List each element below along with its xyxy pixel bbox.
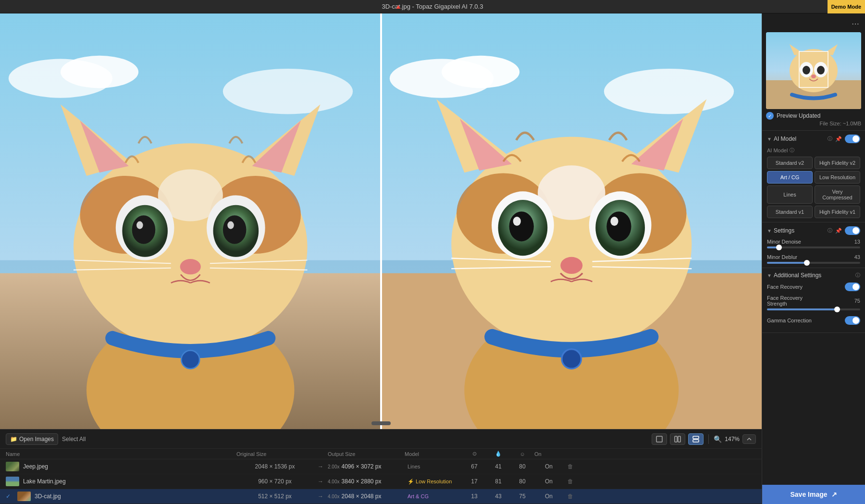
face-recovery-strength-thumb[interactable] <box>834 307 840 312</box>
svg-point-52 <box>560 257 582 274</box>
delete-icon[interactable]: 🗑 <box>563 478 578 485</box>
more-options-icon[interactable]: ⋯ <box>850 17 861 30</box>
file-row-active[interactable]: ✓ 3D-cat.jpg 512 × 512 px → 4.00x 2048 ×… <box>0 489 762 504</box>
minor-deblur-slider[interactable] <box>767 262 860 264</box>
ai-model-label-text: AI Model <box>767 148 788 153</box>
svg-point-50 <box>513 217 520 226</box>
zoom-options-button[interactable] <box>742 434 756 444</box>
col-on: On <box>534 451 563 457</box>
after-cat-svg <box>381 13 762 429</box>
col3-val: 80 <box>510 463 534 470</box>
save-image-button[interactable]: Save Image ↗ <box>762 485 865 504</box>
open-images-label: Open Images <box>19 436 54 443</box>
svg-point-72 <box>811 74 816 78</box>
svg-point-28 <box>181 350 199 369</box>
settings-pin-icon[interactable]: 📌 <box>835 228 842 234</box>
delete-icon[interactable]: 🗑 <box>563 463 578 470</box>
split-handle[interactable] <box>371 421 391 425</box>
left-area: 📁 Open Images Select All 🔍 <box>0 13 762 504</box>
minor-denoise-label: Minor Denoise <box>767 239 810 245</box>
file-name-cell: Lake Martin.jpeg <box>6 477 236 486</box>
right-panel: ⋯ <box>762 13 865 504</box>
additional-settings-title: Additional Settings <box>774 272 853 279</box>
minor-denoise-value: 13 <box>849 239 860 245</box>
face-recovery-strength-slider[interactable] <box>767 308 860 310</box>
svg-rect-59 <box>675 436 677 442</box>
model-tag: Lines <box>405 463 462 470</box>
ai-model-chevron-icon[interactable]: ▼ <box>767 136 772 142</box>
main-layout: 📁 Open Images Select All 🔍 <box>0 13 865 504</box>
additional-settings-chevron-icon[interactable]: ▼ <box>767 273 772 278</box>
model-very-compressed[interactable]: Very Compressed <box>815 185 860 204</box>
original-size: 2048 × 1536 px <box>236 463 313 470</box>
model-high-fidelity-v2[interactable]: High Fidelity v2 <box>815 157 860 169</box>
svg-point-51 <box>610 217 618 226</box>
preview-status-text: Preview Updated <box>777 112 820 119</box>
svg-point-48 <box>509 211 533 241</box>
file-name: Jeep.jpeg <box>23 463 48 470</box>
single-view-button[interactable] <box>652 433 667 445</box>
file-row[interactable]: Lake Martin.jpeg 960 × 720 px → 4.00x 38… <box>0 474 762 489</box>
split-view-button[interactable] <box>670 433 685 445</box>
gamma-correction-label: Gamma Correction <box>767 318 845 323</box>
col-icon3: ☺ <box>510 451 534 457</box>
additional-settings-info-icon[interactable]: ⓘ <box>855 272 860 279</box>
scale-arrow: → <box>313 478 328 485</box>
file-list-header: Name Original Size Output Size Model ⊙ 💧… <box>0 449 762 459</box>
ai-model-label-row: AI Model ⓘ <box>767 147 860 154</box>
file-list-body: Jeep.jpeg 2048 × 1536 px → 2.00x 4096 × … <box>0 459 762 504</box>
ai-model-pin-icon[interactable]: 📌 <box>835 136 842 142</box>
model-lines[interactable]: Lines <box>767 185 813 204</box>
face-recovery-strength-value: 75 <box>849 298 860 304</box>
settings-chevron-icon[interactable]: ▼ <box>767 228 772 234</box>
settings-toggle[interactable] <box>845 226 860 235</box>
svg-point-19 <box>132 215 156 244</box>
file-row[interactable]: Jeep.jpeg 2048 × 1536 px → 2.00x 4096 × … <box>0 459 762 474</box>
jeep-thumb <box>6 462 19 471</box>
bottom-panel: 📁 Open Images Select All 🔍 <box>0 429 762 504</box>
ai-model-actions: ⓘ 📌 <box>828 135 860 143</box>
bottom-toolbar: 📁 Open Images Select All 🔍 <box>0 430 762 449</box>
before-panel <box>0 13 381 429</box>
additional-settings-section: ▼ Additional Settings ⓘ Face Recovery Fa… <box>762 268 865 333</box>
minor-denoise-thumb[interactable] <box>776 245 782 250</box>
svg-rect-61 <box>693 436 699 439</box>
ai-model-section: ▼ AI Model ⓘ 📌 AI Model ⓘ Standard v2 Hi… <box>762 131 865 222</box>
model-grid: Standard v2 High Fidelity v2 Art / CG Lo… <box>767 157 860 218</box>
settings-info-icon[interactable]: ⓘ <box>828 227 832 234</box>
model-standard-v2[interactable]: Standard v2 <box>767 157 813 169</box>
split-view-icon <box>674 436 681 443</box>
split-divider[interactable] <box>380 13 382 429</box>
lake-thumb <box>6 477 19 486</box>
gamma-correction-row: Gamma Correction <box>767 316 860 325</box>
preview-section: ⋯ <box>762 13 865 131</box>
model-standard-v1[interactable]: Standard v1 <box>767 206 813 218</box>
topaz-logo-icon: 🔺 <box>394 3 402 11</box>
ai-model-label-info-icon[interactable]: ⓘ <box>790 147 794 154</box>
scale-arrow: → <box>313 493 328 500</box>
model-tag: Low Resolution <box>405 478 462 485</box>
zoom-icon: 🔍 <box>714 435 722 443</box>
minor-deblur-thumb[interactable] <box>804 260 810 266</box>
on-val: On <box>534 463 563 470</box>
original-size: 512 × 512 px <box>236 493 313 500</box>
model-high-fidelity-v1[interactable]: High Fidelity v1 <box>815 206 860 218</box>
minor-denoise-slider[interactable] <box>767 246 860 248</box>
ai-model-info-icon[interactable]: ⓘ <box>828 135 832 142</box>
side-by-side-button[interactable] <box>688 433 704 445</box>
face-recovery-toggle[interactable] <box>845 283 860 291</box>
svg-point-21 <box>136 221 143 229</box>
image-viewer[interactable] <box>0 13 762 429</box>
file-name: 3D-cat.jpg <box>35 493 61 500</box>
active-file-indicator: ✓ <box>6 492 13 500</box>
model-low-resolution[interactable]: Low Resolution <box>815 171 860 184</box>
face-recovery-strength-label: Face Recovery Strength <box>767 295 810 307</box>
ai-model-toggle[interactable] <box>845 135 860 143</box>
delete-icon[interactable]: 🗑 <box>563 493 578 500</box>
select-all-button[interactable]: Select All <box>62 436 86 443</box>
preview-thumb-svg <box>766 32 861 109</box>
open-images-button[interactable]: 📁 Open Images <box>6 433 58 445</box>
gamma-correction-toggle[interactable] <box>845 316 860 325</box>
titlebar: 🔺 3D-cat.jpg - Topaz Gigapixel AI 7.0.3 … <box>0 0 865 13</box>
model-art-cg[interactable]: Art / CG <box>767 171 813 184</box>
